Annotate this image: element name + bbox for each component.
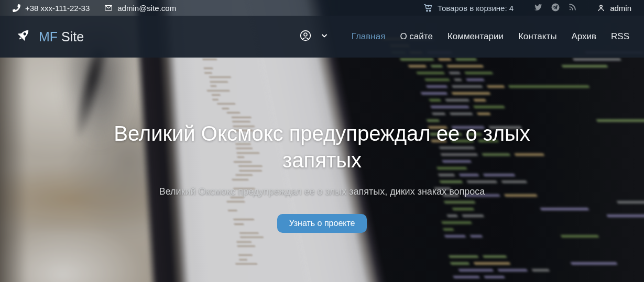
envelope-icon: [104, 4, 113, 12]
nav-item-home[interactable]: Главная: [344, 28, 393, 45]
brand-text: MFSite: [39, 29, 84, 44]
phone-icon: [13, 4, 20, 12]
hero-title: Великий Оксмокс предупреждал ее о злых з…: [86, 120, 558, 174]
cart-count-label: Товаров в корзине: 4: [438, 4, 514, 13]
account-dropdown-toggle[interactable]: [316, 29, 333, 44]
hero-subtitle: Великий Оксмокс предупреждал ее о злых з…: [0, 186, 644, 197]
brand-rest: Site: [61, 29, 84, 44]
navbar-menu: ГлавнаяО сайтеКомментарииКонтактыАрхивRS…: [295, 27, 630, 46]
phone-link[interactable]: +38 xxx-111-22-33: [13, 4, 90, 13]
user-icon: [597, 4, 605, 12]
rss-link[interactable]: [568, 3, 577, 13]
nav-item-rss[interactable]: RSS: [604, 28, 630, 45]
phone-number: +38 xxx-111-22-33: [25, 4, 90, 13]
nav-links: ГлавнаяО сайтеКомментарииКонтактыАрхивRS…: [344, 28, 630, 45]
topbar-actions: Товаров в корзине: 4: [423, 3, 631, 14]
topbar-contacts: +38 xxx-111-22-33 admin@site.com: [13, 4, 176, 13]
hero-section: Великий Оксмокс предупреждал ее о злых з…: [0, 58, 644, 282]
nav-item-about[interactable]: О сайте: [392, 28, 440, 45]
account-menu-button[interactable]: [295, 27, 316, 46]
rss-icon: [568, 3, 577, 13]
nav-item-archive[interactable]: Архив: [564, 28, 604, 45]
email-address: admin@site.com: [117, 4, 176, 13]
learn-more-button[interactable]: Узнать о проекте: [277, 214, 366, 233]
user-circle-icon: [299, 29, 312, 44]
twitter-icon: [533, 3, 543, 14]
nav-item-comments[interactable]: Комментарии: [440, 28, 511, 45]
email-link[interactable]: admin@site.com: [104, 4, 176, 13]
telegram-icon: [551, 3, 560, 14]
telegram-link[interactable]: [551, 3, 560, 14]
brand-accent: MF: [39, 29, 58, 44]
cart-icon: [423, 3, 433, 13]
user-account-link[interactable]: admin: [597, 4, 631, 13]
topbar: +38 xxx-111-22-33 admin@site.com Товаров…: [0, 0, 644, 16]
nav-item-contacts[interactable]: Контакты: [511, 28, 564, 45]
twitter-link[interactable]: [533, 3, 543, 14]
social-links: [533, 3, 577, 14]
username: admin: [610, 4, 631, 13]
rocket-icon: [16, 27, 31, 46]
chevron-down-icon: [320, 31, 329, 42]
cart-link[interactable]: Товаров в корзине: 4: [423, 3, 514, 13]
page: +38 xxx-111-22-33 admin@site.com Товаров…: [0, 0, 644, 282]
navbar: MFSite ГлавнаяО сайтеКомментарииКонтакты…: [0, 16, 644, 58]
brand-logo[interactable]: MFSite: [16, 27, 84, 46]
